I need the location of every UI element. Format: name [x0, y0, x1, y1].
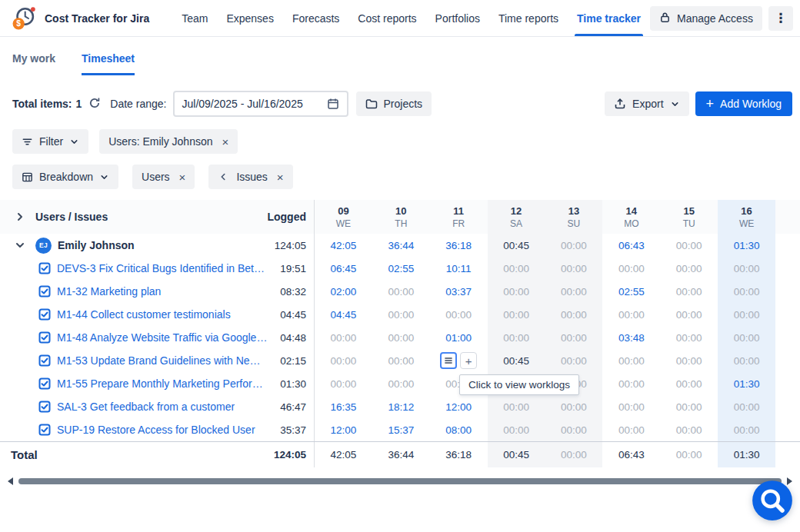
- timesheet-cell[interactable]: 00:00: [488, 280, 545, 303]
- issue-link[interactable]: DEVS-3 Fix Critical Bugs Identified in B…: [57, 262, 268, 274]
- timesheet-cell[interactable]: 00:45: [488, 234, 545, 257]
- timesheet-cell[interactable]: 36:44: [372, 234, 430, 257]
- nav-expenses[interactable]: Expenses: [217, 0, 282, 36]
- timesheet-cell[interactable]: 02:00: [315, 280, 372, 303]
- timesheet-cell[interactable]: 01:30: [718, 372, 775, 395]
- scroll-left-arrow[interactable]: [8, 477, 13, 485]
- timesheet-cell[interactable]: 00:00: [545, 257, 603, 280]
- timesheet-cell[interactable]: 00:00: [545, 303, 603, 326]
- timesheet-cell[interactable]: 00:00: [545, 418, 603, 441]
- timesheet-cell[interactable]: 00:00: [545, 234, 603, 257]
- remove-users-breakdown-button[interactable]: ×: [178, 171, 188, 183]
- timesheet-cell[interactable]: 00:00: [372, 349, 430, 372]
- timesheet-cell[interactable]: 00:00: [372, 326, 430, 349]
- timesheet-cell[interactable]: 18:12: [372, 395, 430, 418]
- timesheet-cell[interactable]: 00:00: [315, 349, 372, 372]
- timesheet-cell[interactable]: 08:00: [430, 418, 488, 441]
- timesheet-cell[interactable]: 00:00: [660, 372, 718, 395]
- timesheet-cell[interactable]: 00:00: [315, 372, 372, 395]
- timesheet-cell[interactable]: 00:00: [718, 326, 775, 349]
- timesheet-cell[interactable]: 10:11: [430, 257, 488, 280]
- timesheet-cell[interactable]: 00:00: [660, 418, 718, 441]
- timesheet-cell[interactable]: 00:00: [660, 280, 718, 303]
- timesheet-cell[interactable]: 00:00: [718, 418, 775, 441]
- timesheet-cell[interactable]: 00:00: [430, 303, 488, 326]
- timesheet-cell[interactable]: 12:00: [315, 418, 372, 441]
- timesheet-cell[interactable]: 00:00: [718, 395, 775, 418]
- timesheet-cell[interactable]: 12:00: [430, 395, 488, 418]
- nav-cost-reports[interactable]: Cost reports: [348, 0, 425, 36]
- timesheet-cell[interactable]: 00:00: [718, 280, 775, 303]
- projects-button[interactable]: Projects: [356, 91, 432, 116]
- export-button[interactable]: Export: [605, 91, 688, 116]
- nav-time-tracker[interactable]: Time tracker: [568, 0, 650, 36]
- filter-button[interactable]: Filter: [12, 129, 88, 154]
- date-range-input[interactable]: Jul/09/2025 - Jul/16/2025: [173, 91, 348, 117]
- timesheet-cell[interactable]: 00:00: [372, 372, 430, 395]
- timesheet-cell[interactable]: 00:00: [372, 303, 430, 326]
- tab-timesheet[interactable]: Timesheet: [82, 52, 135, 75]
- remove-issues-breakdown-button[interactable]: ×: [275, 171, 285, 183]
- timesheet-cell[interactable]: 00:00: [602, 349, 660, 372]
- nav-time-reports[interactable]: Time reports: [489, 0, 568, 36]
- issue-link[interactable]: M1-48 Analyze Website Traffic via Google…: [57, 331, 268, 344]
- timesheet-cell[interactable]: 00:00: [660, 326, 718, 349]
- add-worklog-cell-button[interactable]: +: [460, 352, 477, 369]
- timesheet-cell[interactable]: 00:00: [545, 395, 603, 418]
- timesheet-cell[interactable]: 00:00: [602, 395, 660, 418]
- nav-portfolios[interactable]: Portfolios: [426, 0, 489, 36]
- timesheet-cell[interactable]: 02:55: [372, 257, 430, 280]
- timesheet-cell[interactable]: 00:00: [545, 280, 603, 303]
- collapse-user-button[interactable]: [11, 236, 29, 254]
- timesheet-cell[interactable]: 00:00: [718, 303, 775, 326]
- timesheet-cell[interactable]: 03:48: [602, 326, 660, 349]
- timesheet-cell[interactable]: 36:18: [430, 234, 488, 257]
- issue-link[interactable]: M1-53 Update Brand Guidelines with New V…: [57, 354, 268, 367]
- timesheet-cell[interactable]: 00:00: [660, 349, 718, 372]
- breakdown-button[interactable]: Breakdown: [12, 165, 118, 189]
- manage-access-button[interactable]: Manage Access: [650, 6, 762, 31]
- timesheet-cell[interactable]: 00:00: [488, 303, 545, 326]
- timesheet-cell[interactable]: 42:05: [315, 234, 372, 257]
- help-widget-button[interactable]: [752, 480, 793, 521]
- timesheet-cell[interactable]: 01:00: [430, 326, 488, 349]
- timesheet-cell[interactable]: 15:37: [372, 418, 430, 441]
- timesheet-cell[interactable]: 00:45: [488, 349, 545, 372]
- timesheet-cell[interactable]: 03:37: [430, 280, 488, 303]
- nav-forecasts[interactable]: Forecasts: [283, 0, 348, 36]
- timesheet-cell[interactable]: 00:00: [545, 349, 603, 372]
- issue-link[interactable]: SAL-3 Get feedback from a customer: [57, 401, 235, 413]
- tab-my-work[interactable]: My work: [12, 52, 55, 75]
- timesheet-cell[interactable]: 06:45: [315, 257, 372, 280]
- timesheet-cell[interactable]: 00:00: [718, 257, 775, 280]
- nav-team[interactable]: Team: [172, 0, 217, 36]
- timesheet-cell[interactable]: 04:45: [315, 303, 372, 326]
- timesheet-cell[interactable]: 00:00: [602, 257, 660, 280]
- issue-link[interactable]: M1-44 Collect customer testimonials: [57, 308, 231, 321]
- expand-all-button[interactable]: [11, 208, 29, 226]
- view-worklogs-button[interactable]: [440, 352, 457, 369]
- remove-users-filter-button[interactable]: ×: [221, 136, 231, 148]
- timesheet-cell[interactable]: 00:00: [602, 418, 660, 441]
- timesheet-cell[interactable]: 06:43: [602, 234, 660, 257]
- timesheet-cell[interactable]: 00:00: [660, 303, 718, 326]
- timesheet-cell[interactable]: 00:00: [488, 395, 545, 418]
- scrollbar-track[interactable]: [15, 478, 785, 484]
- timesheet-cell[interactable]: 00:00: [718, 349, 775, 372]
- timesheet-cell[interactable]: 00:00: [660, 234, 718, 257]
- timesheet-cell[interactable]: 00:00: [602, 303, 660, 326]
- timesheet-cell[interactable]: 00:00: [372, 280, 430, 303]
- timesheet-cell[interactable]: 00:00: [545, 326, 603, 349]
- issue-link[interactable]: SUP-19 Restore Access for Blocked User: [57, 424, 255, 436]
- scrollbar-thumb[interactable]: [18, 478, 782, 484]
- issue-link[interactable]: M1-32 Marketing plan: [57, 285, 161, 298]
- timesheet-cell[interactable]: 00:00: [488, 257, 545, 280]
- issue-link[interactable]: M1-55 Prepare Monthly Marketing Performa…: [57, 377, 268, 390]
- timesheet-cell[interactable]: 00:00: [488, 418, 545, 441]
- refresh-button[interactable]: [85, 94, 104, 115]
- timesheet-cell[interactable]: 01:30: [718, 234, 775, 257]
- timesheet-cell[interactable]: 02:55: [602, 280, 660, 303]
- more-menu-button[interactable]: ⋮: [768, 6, 793, 31]
- timesheet-cell[interactable]: 16:35: [315, 395, 372, 418]
- timesheet-cell[interactable]: 00:00: [602, 372, 660, 395]
